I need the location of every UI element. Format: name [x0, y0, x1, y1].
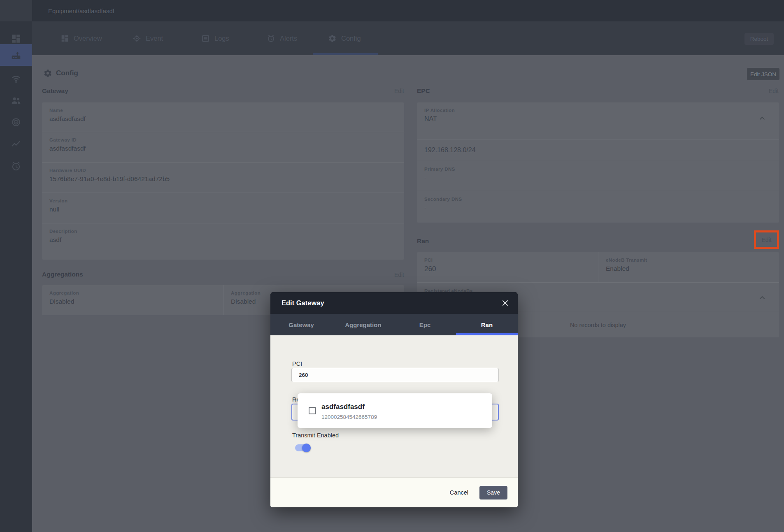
- active-tab-indicator: [313, 53, 378, 55]
- tab-bar: Overview Event Logs Alerts Config Reboot: [32, 21, 784, 55]
- epc-row-ip-allocation: IP Allocation NAT: [417, 102, 779, 139]
- gateway-row-name: Name asdfasdfasdf: [42, 102, 404, 132]
- modal-footer: Cancel Save: [270, 477, 518, 507]
- ran-card: PCI 260 eNodeB Transmit Enabled: [417, 252, 779, 282]
- gateway-row-uuid: Hardware UUID 1576b8e7-91a0-4e8d-b19f-d0…: [42, 162, 404, 193]
- alarm-icon: [267, 34, 275, 43]
- modal-tab-ran[interactable]: Ran: [456, 314, 518, 335]
- tab-logs[interactable]: Logs: [201, 21, 229, 55]
- sidebar-item-equipment[interactable]: [0, 44, 32, 66]
- tab-config[interactable]: Config: [328, 21, 361, 55]
- chart-icon: [11, 139, 21, 150]
- collapse-toggle[interactable]: [758, 114, 767, 125]
- sidebar-logo-area: [0, 0, 32, 21]
- grid-icon: [60, 34, 69, 43]
- people-icon: [11, 95, 21, 106]
- breadcrumb: Equipment/asdfasdfasdf: [48, 7, 114, 14]
- enodeb-option-id: 120002584542665789: [321, 414, 377, 420]
- gateway-row-description: Description asdf: [42, 223, 404, 260]
- sidebar-item-network[interactable]: [0, 67, 32, 89]
- wifi-icon: [11, 73, 21, 84]
- list-icon: [201, 34, 210, 43]
- sidebar-item-alarms[interactable]: [0, 155, 32, 177]
- gateway-row-version: Version null: [42, 193, 404, 223]
- dashboard-icon: [11, 33, 21, 44]
- enodeb-option-title[interactable]: asdfasdfasdf: [321, 403, 365, 411]
- epc-edit-link[interactable]: Edit: [769, 88, 779, 94]
- tab-alerts[interactable]: Alerts: [267, 21, 297, 55]
- page-title-row: Config: [43, 69, 78, 78]
- tab-overview[interactable]: Overview: [60, 21, 102, 55]
- router-icon: [11, 50, 21, 60]
- modal-header: Edit Gateway: [270, 292, 518, 314]
- annotation-highlight: Edit: [754, 230, 779, 249]
- no-records-text: No records to display: [570, 322, 626, 328]
- top-bar: Equipment/asdfasdfasdf: [32, 0, 784, 21]
- collapse-toggle[interactable]: [758, 293, 767, 304]
- epc-section-title: EPC: [417, 87, 430, 95]
- sidebar: [0, 0, 32, 532]
- epc-row-subnet: 192.168.128.0/24: [417, 139, 779, 161]
- modal-tab-aggregation[interactable]: Aggregation: [332, 314, 394, 335]
- reboot-button[interactable]: Reboot: [744, 33, 774, 45]
- gateway-edit-link[interactable]: Edit: [394, 88, 404, 94]
- tab-label: Overview: [74, 35, 102, 42]
- pci-label: PCI: [292, 360, 302, 367]
- aggregations-section-title: Aggregations: [42, 271, 83, 278]
- epc-row-primary-dns: Primary DNS -: [417, 161, 779, 191]
- sidebar-item-subscribers[interactable]: [0, 89, 32, 111]
- pci-input[interactable]: [291, 368, 499, 382]
- target-icon: [133, 34, 141, 43]
- epc-row-secondary-dns: Secondary DNS -: [417, 191, 779, 223]
- chevron-up-icon: [758, 114, 767, 123]
- aggregation-cell: Aggregation Disabled: [42, 285, 223, 315]
- ran-cell-transmit: eNodeB Transmit Enabled: [598, 252, 779, 282]
- alarm-icon: [11, 161, 21, 172]
- tab-label: Logs: [214, 35, 229, 42]
- sidebar-item-metrics[interactable]: [0, 133, 32, 155]
- modal-title: Edit Gateway: [281, 299, 324, 307]
- ran-edit-link[interactable]: Edit: [761, 237, 771, 243]
- tab-label: Event: [146, 35, 163, 42]
- modal-tab-epc[interactable]: Epc: [394, 314, 456, 335]
- radar-icon: [11, 117, 21, 128]
- ran-section-title: Ran: [417, 237, 429, 245]
- edit-json-button[interactable]: Edit JSON: [747, 68, 779, 80]
- sidebar-item-tracing[interactable]: [0, 111, 32, 133]
- close-icon[interactable]: [501, 299, 509, 307]
- tab-event[interactable]: Event: [133, 21, 163, 55]
- gateway-section-title: Gateway: [42, 87, 68, 95]
- gateway-row-id: Gateway ID asdfasdfasdf: [42, 132, 404, 162]
- modal-tab-gateway[interactable]: Gateway: [270, 314, 332, 335]
- aggregations-edit-link[interactable]: Edit: [394, 272, 404, 278]
- toggle-knob: [302, 444, 311, 452]
- app-root: Equipment/asdfasdfasdf Overview Event Lo…: [0, 0, 784, 532]
- tab-label: Alerts: [280, 35, 297, 42]
- gear-icon: [43, 69, 52, 78]
- modal-tab-bar: Gateway Aggregation Epc Ran: [270, 314, 518, 335]
- enodeb-option-checkbox[interactable]: [309, 407, 316, 414]
- epc-card: IP Allocation NAT 192.168.128.0/24 Prima…: [417, 102, 779, 223]
- save-button[interactable]: Save: [479, 486, 507, 499]
- gateway-card: Name asdfasdfasdf Gateway ID asdfasdfasd…: [42, 102, 404, 260]
- modal-active-tab-indicator: [456, 333, 518, 335]
- enodeb-dropdown-menu: asdfasdfasdf 120002584542665789: [298, 393, 492, 428]
- transmit-enabled-label: Transmit Enabled: [292, 432, 339, 439]
- ran-cell-pci: PCI 260: [417, 252, 598, 282]
- edit-gateway-modal: Edit Gateway Gateway Aggregation Epc Ran…: [270, 292, 518, 507]
- tab-label: Config: [341, 35, 361, 42]
- chevron-up-icon: [758, 293, 767, 302]
- page-title: Config: [56, 69, 78, 77]
- cancel-button[interactable]: Cancel: [450, 489, 468, 496]
- gear-icon: [328, 34, 337, 43]
- transmit-enabled-toggle[interactable]: [295, 444, 311, 451]
